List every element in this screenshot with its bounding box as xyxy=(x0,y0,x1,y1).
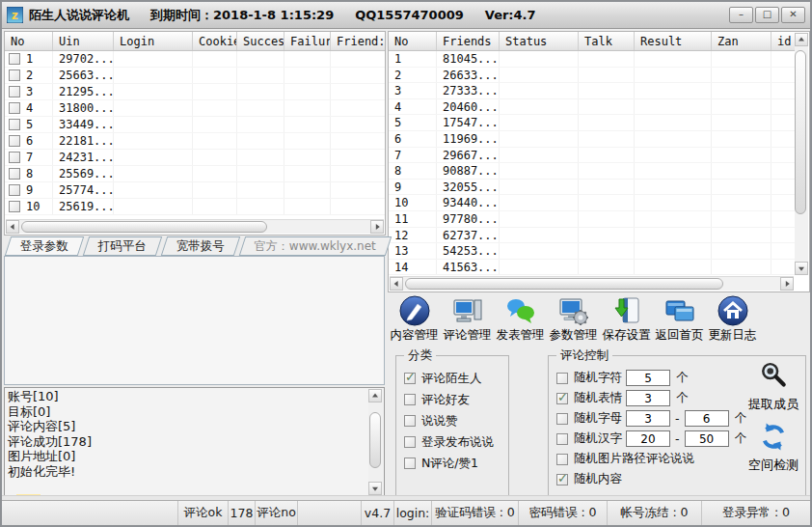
tab-active[interactable]: 登录参数 xyxy=(5,236,84,256)
scroll-down-icon[interactable] xyxy=(795,262,808,275)
column-header[interactable]: Cookie: xyxy=(193,32,237,50)
scroll-up-icon[interactable] xyxy=(368,389,382,402)
row-checkbox[interactable] xyxy=(9,119,20,130)
table-row[interactable]: 533449... xyxy=(5,117,385,133)
hscroll-thumb[interactable] xyxy=(405,278,723,290)
scroll-right-icon[interactable] xyxy=(370,220,384,234)
count-input[interactable] xyxy=(626,430,670,447)
toolbar-item[interactable]: 发表管理 xyxy=(494,294,547,344)
checkbox[interactable] xyxy=(556,373,568,384)
table-row[interactable]: 724231... xyxy=(5,150,385,166)
minimize-button[interactable]: – xyxy=(729,7,753,23)
hscroll-thumb[interactable] xyxy=(21,221,267,233)
close-button[interactable]: ✕ xyxy=(781,7,805,23)
table-row[interactable]: 327333... xyxy=(389,83,795,99)
row-checkbox[interactable] xyxy=(9,135,20,147)
scroll-right-icon[interactable] xyxy=(780,277,794,291)
table-row[interactable]: 129702... xyxy=(5,51,385,68)
count-input[interactable] xyxy=(626,390,670,406)
column-header[interactable]: Uin xyxy=(53,32,114,50)
tab-item[interactable]: 官方：www.wklyx.net xyxy=(239,236,392,256)
column-header[interactable]: Failur: xyxy=(284,32,331,50)
scroll-left-icon[interactable] xyxy=(390,277,403,291)
checkbox[interactable] xyxy=(404,458,416,469)
checkbox[interactable] xyxy=(556,433,568,445)
column-header[interactable]: Status xyxy=(500,32,579,50)
row-checkbox[interactable] xyxy=(9,53,20,65)
tab-item[interactable]: 宽带拨号 xyxy=(161,236,240,256)
column-header[interactable]: Talk xyxy=(579,32,635,50)
checkbox[interactable] xyxy=(556,474,568,485)
table-row[interactable]: 825569... xyxy=(5,166,385,182)
count-input[interactable] xyxy=(626,370,670,386)
side-action-button[interactable]: 提取成员 xyxy=(744,360,803,413)
accounts-hscrollbar[interactable] xyxy=(6,219,384,234)
count-input[interactable] xyxy=(685,430,729,447)
column-header[interactable]: Succes: xyxy=(237,32,284,50)
scroll-left-icon[interactable] xyxy=(6,220,19,234)
checkbox[interactable] xyxy=(556,393,568,404)
side-action-button[interactable]: 空间检测 xyxy=(744,421,803,474)
column-header[interactable]: Login xyxy=(114,32,193,50)
row-checkbox[interactable] xyxy=(9,184,20,196)
maximize-button[interactable]: □ xyxy=(755,7,779,23)
table-row[interactable]: 1262737... xyxy=(389,228,795,244)
table-row[interactable]: 1441563... xyxy=(389,260,795,276)
empty-cell xyxy=(771,51,795,67)
table-row[interactable]: 729667... xyxy=(389,148,795,164)
vscroll-thumb[interactable] xyxy=(369,412,381,468)
column-header[interactable]: id xyxy=(771,32,795,50)
checkbox[interactable] xyxy=(404,436,416,448)
table-row[interactable]: 1093440... xyxy=(389,195,795,211)
column-header[interactable]: Zan xyxy=(712,32,771,50)
toolbar-item[interactable]: 评论管理 xyxy=(441,294,494,344)
row-checkbox[interactable] xyxy=(9,168,20,180)
row-checkbox[interactable] xyxy=(9,69,20,81)
checkbox[interactable] xyxy=(556,454,568,465)
table-row[interactable]: 517547... xyxy=(389,115,795,131)
toolbar-item[interactable]: 返回首页 xyxy=(653,294,706,344)
row-checkbox[interactable] xyxy=(9,102,20,114)
column-header[interactable]: Result xyxy=(635,32,712,50)
checkbox[interactable] xyxy=(404,415,416,427)
column-header[interactable]: Friend: xyxy=(331,32,385,50)
scroll-up-icon[interactable] xyxy=(795,33,808,46)
row-checkbox[interactable] xyxy=(9,152,20,163)
column-header[interactable]: No xyxy=(5,32,53,50)
log-vscrollbar[interactable] xyxy=(368,389,383,495)
log-output[interactable]: 账号[10]目标[0]评论内容[5]评论成功[178]图片地址[0]初始化完毕!… xyxy=(4,387,385,497)
table-row[interactable]: 1025619... xyxy=(5,199,385,215)
table-row[interactable]: 925774... xyxy=(5,182,385,199)
table-row[interactable]: 932055... xyxy=(389,180,795,196)
table-row[interactable]: 611969... xyxy=(389,131,795,148)
table-row[interactable]: 890887... xyxy=(389,163,795,180)
table-row[interactable]: 431800... xyxy=(5,100,385,117)
vscroll-thumb[interactable] xyxy=(795,50,806,214)
friends-vscrollbar[interactable] xyxy=(795,33,808,275)
table-row[interactable]: 1197780... xyxy=(389,211,795,228)
toolbar-item[interactable]: 保存设置 xyxy=(600,294,653,344)
table-row[interactable]: 1354253... xyxy=(389,243,795,260)
row-checkbox[interactable] xyxy=(9,86,20,97)
checkbox[interactable] xyxy=(404,394,416,405)
table-row[interactable]: 321295... xyxy=(5,84,385,100)
checkbox[interactable] xyxy=(404,373,416,384)
table-row[interactable]: 622181... xyxy=(5,133,385,150)
toolbar-item[interactable]: 内容管理 xyxy=(388,294,441,344)
toolbar-item[interactable]: 更新日志 xyxy=(706,294,759,344)
table-row[interactable]: 181045... xyxy=(389,51,795,68)
count-input[interactable] xyxy=(685,410,729,427)
column-header[interactable]: Friends xyxy=(437,32,500,50)
toolbar-item[interactable]: 参数管理 xyxy=(547,294,600,344)
table-row[interactable]: 225663... xyxy=(5,68,385,84)
scroll-down-icon[interactable] xyxy=(368,482,382,495)
uin-cell: 31800... xyxy=(53,100,114,116)
friends-hscrollbar[interactable] xyxy=(390,276,794,291)
count-input[interactable] xyxy=(626,410,670,427)
column-header[interactable]: No xyxy=(389,32,437,50)
table-row[interactable]: 226633... xyxy=(389,68,795,84)
table-row[interactable]: 420460... xyxy=(389,99,795,116)
row-checkbox[interactable] xyxy=(9,201,20,212)
tab-item[interactable]: 打码平台 xyxy=(83,236,162,256)
checkbox[interactable] xyxy=(556,413,568,425)
